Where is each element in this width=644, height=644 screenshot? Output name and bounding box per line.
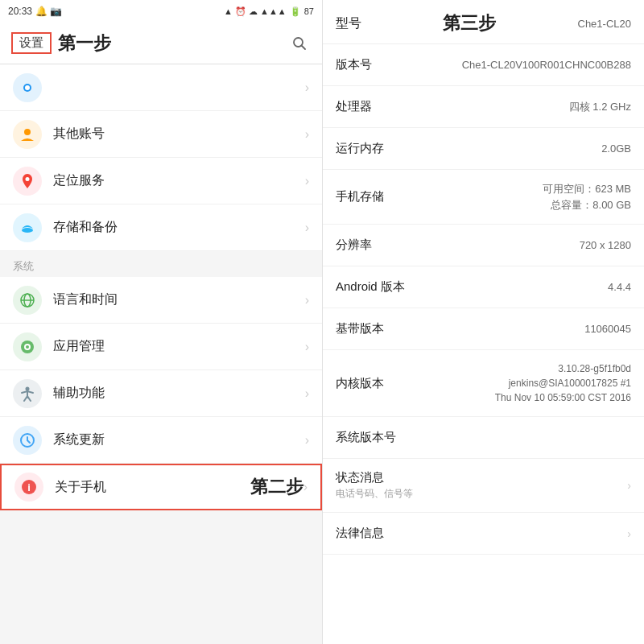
language-label: 语言和时间: [53, 291, 305, 308]
baseband-label: 基带版本: [336, 321, 400, 336]
row-kernel: 内核版本 3.10.28-g5f1fb0djenkins@SIA10000178…: [323, 350, 644, 417]
list-item-accessibility[interactable]: 辅助功能 ›: [0, 370, 322, 417]
storage-label: 存储和备份: [53, 219, 305, 236]
system-update-icon: [13, 426, 42, 455]
right-header: 型号 第三步 Che1-CL20: [323, 0, 644, 44]
step2-label: 第二步: [242, 475, 303, 499]
language-arrow: ›: [305, 293, 309, 308]
about-label: 关于手机: [55, 479, 242, 496]
location-icon: [13, 167, 42, 196]
battery-level: 87: [304, 6, 314, 16]
svg-point-6: [22, 228, 33, 233]
row-ram: 运行内存 2.0GB: [323, 128, 644, 170]
system-update-label: 系统更新: [53, 431, 305, 448]
processor-value: 四核 1.2 GHz: [569, 99, 631, 115]
row-legal[interactable]: 法律信息 ›: [323, 513, 644, 555]
accessibility-arrow: ›: [305, 386, 309, 401]
settings-list: › 其他账号 › 定位服务 ›: [0, 64, 322, 644]
notification-icons: 🔔 📷: [35, 6, 62, 17]
location-arrow: ›: [305, 174, 309, 188]
row-processor: 处理器 四核 1.2 GHz: [323, 86, 644, 128]
phone-storage-value: 可用空间：623 MB总容量：8.00 GB: [543, 181, 631, 213]
list-item-other-account[interactable]: 其他账号 ›: [0, 111, 322, 158]
list-item-hotspot[interactable]: ›: [0, 64, 322, 111]
system-update-arrow: ›: [305, 433, 309, 448]
baseband-value: 11060045: [584, 321, 631, 337]
svg-text:i: i: [27, 481, 31, 493]
svg-point-13: [26, 386, 30, 390]
resolution-value: 720 x 1280: [580, 237, 631, 254]
battery-icon: 🔋: [290, 6, 301, 17]
hotspot-icon: [13, 73, 42, 102]
status-left: 20:33 🔔 📷: [8, 6, 62, 17]
list-item-location[interactable]: 定位服务 ›: [0, 158, 322, 204]
kernel-label: 内核版本: [336, 376, 400, 391]
status-sublabel: 电话号码、信号等: [336, 487, 622, 501]
storage-icon: [13, 213, 42, 242]
svg-line-1: [302, 45, 306, 49]
time: 20:33: [8, 6, 32, 17]
ram-value: 2.0GB: [601, 141, 631, 157]
system-ver-label: 系统版本号: [336, 430, 400, 445]
about-icon: i: [14, 473, 43, 502]
status-label: 状态消息: [336, 470, 622, 485]
legal-label: 法律信息: [336, 526, 400, 541]
status-bar: 20:33 🔔 📷 ▲ ⏰ ☁ ▲▲▲ 🔋 87: [0, 0, 322, 23]
top-bar: 设置 第一步: [0, 23, 322, 64]
svg-point-5: [26, 177, 30, 181]
left-panel: 20:33 🔔 📷 ▲ ⏰ ☁ ▲▲▲ 🔋 87 设置 第一步 ›: [0, 0, 322, 644]
list-item-storage[interactable]: 存储和备份 ›: [0, 204, 322, 251]
phone-storage-label: 手机存储: [336, 189, 400, 204]
status-arrow: ›: [627, 479, 631, 492]
about-arrow: ›: [303, 480, 308, 494]
list-item-system-update[interactable]: 系统更新 ›: [0, 417, 322, 464]
model-value: Che1-CL20: [578, 18, 632, 30]
version-value: Che1-CL20V100R001CHNC00B288: [462, 57, 631, 73]
row-resolution: 分辨率 720 x 1280: [323, 225, 644, 266]
version-label: 版本号: [336, 57, 400, 72]
resolution-label: 分辨率: [336, 237, 400, 253]
svg-point-12: [26, 345, 29, 349]
language-icon: [13, 286, 42, 315]
ram-label: 运行内存: [336, 141, 400, 156]
hotspot-arrow: ›: [305, 80, 309, 95]
list-item-app-manage[interactable]: 应用管理 ›: [0, 324, 322, 370]
row-system-ver: 系统版本号: [323, 417, 644, 459]
other-account-label: 其他账号: [53, 126, 305, 142]
step1-label: 第一步: [58, 31, 288, 56]
other-account-arrow: ›: [305, 127, 309, 142]
row-storage: 手机存储 可用空间：623 MB总容量：8.00 GB: [323, 170, 644, 225]
step3-label: 第三步: [443, 11, 496, 35]
list-item-language[interactable]: 语言和时间 ›: [0, 277, 322, 324]
android-value: 4.4.4: [608, 279, 631, 295]
signal-icons: ▲ ⏰ ☁ ▲▲▲: [224, 6, 287, 17]
accessibility-icon: [13, 379, 42, 408]
app-manage-icon: [13, 332, 42, 361]
search-button[interactable]: [288, 32, 311, 55]
row-status[interactable]: 状态消息 电话号码、信号等 ›: [323, 459, 644, 513]
section-system: 系统: [0, 251, 322, 277]
list-item-about[interactable]: i 关于手机 第二步 ›: [0, 464, 322, 510]
settings-label: 设置: [11, 32, 52, 54]
row-version: 版本号 Che1-CL20V100R001CHNC00B288: [323, 44, 644, 86]
app-manage-arrow: ›: [305, 340, 309, 354]
kernel-value: 3.10.28-g5f1fb0djenkins@SIA1000017825 #1…: [495, 361, 631, 405]
legal-arrow: ›: [627, 527, 631, 540]
app-manage-label: 应用管理: [53, 338, 305, 355]
right-panel: 型号 第三步 Che1-CL20 版本号 Che1-CL20V100R001CH…: [322, 0, 644, 644]
location-label: 定位服务: [53, 172, 305, 189]
storage-arrow: ›: [305, 221, 309, 235]
row-baseband: 基带版本 11060045: [323, 308, 644, 350]
row-android: Android 版本 4.4.4: [323, 266, 644, 308]
model-label: 型号: [336, 15, 361, 32]
android-label: Android 版本: [336, 279, 405, 295]
svg-point-3: [25, 85, 30, 90]
accessibility-label: 辅助功能: [53, 385, 305, 402]
status-right: ▲ ⏰ ☁ ▲▲▲ 🔋 87: [224, 6, 314, 17]
svg-point-4: [24, 129, 31, 135]
other-account-icon: [13, 120, 42, 149]
processor-label: 处理器: [336, 99, 400, 114]
